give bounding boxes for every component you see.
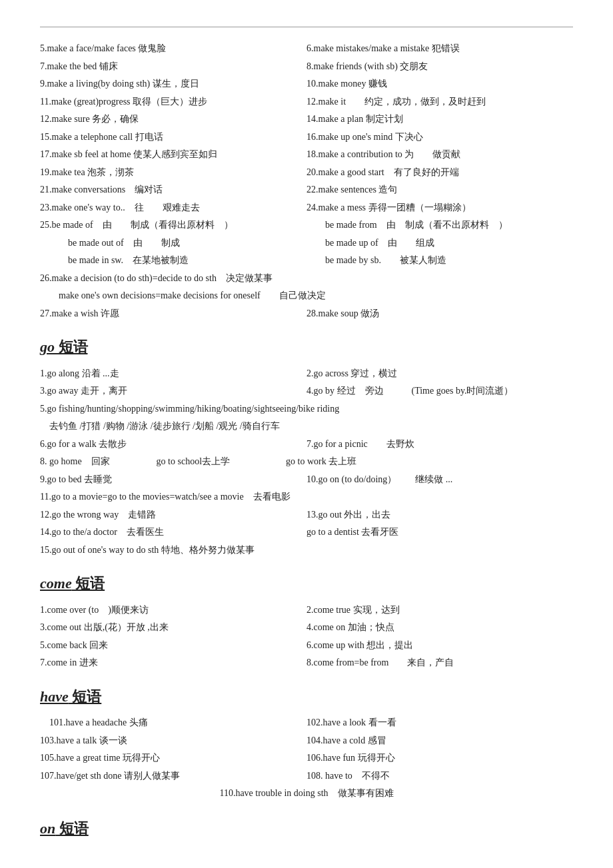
make-item-27-left: 27.make a wish 许愿 [40, 306, 306, 322]
have-item-105-right: 106.have fun 玩得开心 [306, 750, 573, 767]
make-item-11: 11.make (great)progress 取得（巨大）进步 12.make… [40, 94, 573, 111]
make-item-12-left: 12.make sure 务必，确保 [40, 111, 306, 128]
come-item-1: 1.come over (to )顺便来访 2.come true 实现，达到 [40, 602, 573, 619]
make-item-12: 12.make sure 务必，确保 14.make a plan 制定计划 [40, 111, 573, 128]
make-item-25: 25.be made of 由 制成（看得出原材料 ） be made from… [40, 217, 573, 234]
go-item-6: 6.go for a walk 去散步 7.go for a picnic 去野… [40, 436, 573, 453]
come-title-english: come [40, 575, 72, 592]
make-item-17-left: 17.make sb feel at home 使某人感到宾至如归 [40, 147, 306, 163]
come-item-5-right: 6.come up with 想出，提出 [306, 638, 573, 654]
come-item-5: 5.come back 回来 6.come up with 想出，提出 [40, 638, 573, 654]
make-item-19-right: 20.make a good start 有了良好的开端 [306, 165, 573, 181]
go-item-6-right: 7.go for a picnic 去野炊 [306, 436, 573, 453]
make-item-25-right: be made from 由 制成（看不出原材料 ） [306, 217, 573, 234]
go-item-6-left: 6.go for a walk 去散步 [40, 436, 306, 453]
come-section-title: come 短语 [40, 570, 573, 597]
make-item-27: 27.make a wish 许愿 28.make soup 做汤 [40, 306, 573, 322]
make-item-27-right: 28.make soup 做汤 [306, 306, 573, 322]
go-item-3-left: 3.go away 走开，离开 [40, 383, 306, 400]
make-item-25c-right: be made by sb. 被某人制造 [306, 252, 573, 269]
make-item-15-right: 16.make up one's mind 下决心 [306, 129, 573, 146]
go-item-9-right: 10.go on (to do/doing） 继续做 ... [306, 472, 573, 488]
go-item-12-right: 13.go out 外出，出去 [306, 507, 573, 524]
come-item-7-left: 7.come in 进来 [40, 655, 306, 671]
make-item-19: 19.make tea 泡茶，沏茶 20.make a good start 有… [40, 165, 573, 181]
on-section: on 短语 [40, 815, 573, 842]
go-item-14-left: 14.go to the/a doctor 去看医生 [40, 524, 306, 541]
make-item-11-left: 11.make (great)progress 取得（巨大）进步 [40, 94, 306, 111]
make-item-15: 15.make a telephone call 打电话 16.make up … [40, 129, 573, 146]
make-item-19-left: 19.make tea 泡茶，沏茶 [40, 165, 306, 181]
make-item-25b-right: be made up of 由 组成 [306, 235, 573, 252]
on-title-english: on [40, 820, 55, 837]
go-item-1-left: 1.go along 沿着 ...走 [40, 366, 306, 382]
go-item-12: 12.go the wrong way 走错路 13.go out 外出，出去 [40, 507, 573, 524]
make-item-17-right: 18.make a contribution to 为 做贡献 [306, 147, 573, 163]
make-item-25c: be made in sw. 在某地被制造 be made by sb. 被某人… [40, 252, 573, 269]
go-item-15: 15.go out of one's way to do sth 特地、格外努力… [40, 542, 573, 559]
make-item-23-right: 24.make a mess 弄得一团糟（一塌糊涂） [306, 200, 573, 217]
go-item-14: 14.go to the/a doctor 去看医生 go to a denti… [40, 524, 573, 541]
go-item-12-left: 12.go the wrong way 走错路 [40, 507, 306, 524]
make-item-7-right: 8.make friends (with sb) 交朋友 [306, 59, 573, 75]
top-divider [40, 27, 573, 27]
come-item-3-left: 3.come out 出版,(花）开放 ,出来 [40, 620, 306, 636]
make-item-5-left: 5.make a face/make faces 做鬼脸 [40, 41, 306, 57]
have-item-101: 101.have a headache 头痛 102.have a look 看… [40, 715, 573, 731]
come-item-3: 3.come out 出版,(花）开放 ,出来 4.come on 加油；快点 [40, 620, 573, 636]
make-item-23: 23.make one's way to.. 往 艰难走去 24.make a … [40, 200, 573, 217]
go-item-9: 9.go to bed 去睡觉 10.go on (to do/doing） 继… [40, 472, 573, 488]
go-item-5b: 去钓鱼 /打猎 /购物 /游泳 /徒步旅行 /划船 /观光 /骑自行车 [40, 418, 573, 435]
make-item-25c-left: be made in sw. 在某地被制造 [40, 252, 306, 269]
have-item-105: 105.have a great time 玩得开心 106.have fun … [40, 750, 573, 767]
have-item-110: 110.have trouble in doing sth 做某事有困难 [40, 785, 573, 802]
have-item-105-left: 105.have a great time 玩得开心 [40, 750, 306, 767]
come-section: come 短语 1.come over (to )顺便来访 2.come tru… [40, 570, 573, 671]
make-item-9-right: 10.make money 赚钱 [306, 76, 573, 93]
have-item-103: 103.have a talk 谈一谈 104.have a cold 感冒 [40, 733, 573, 749]
have-item-101-left: 101.have a headache 头痛 [40, 715, 306, 731]
make-item-15-left: 15.make a telephone call 打电话 [40, 129, 306, 146]
make-item-11-right: 12.make it 约定，成功，做到，及时赶到 [306, 94, 573, 111]
make-item-17: 17.make sb feel at home 使某人感到宾至如归 18.mak… [40, 147, 573, 163]
have-item-103-right: 104.have a cold 感冒 [306, 733, 573, 749]
go-item-1-right: 2.go across 穿过，横过 [306, 366, 573, 382]
make-item-5-right: 6.make mistakes/make a mistake 犯错误 [306, 41, 573, 57]
go-item-14-right: go to a dentist 去看牙医 [306, 524, 573, 541]
make-item-25-left: 25.be made of 由 制成（看得出原材料 ） [40, 217, 306, 234]
go-title-english: go [40, 338, 55, 355]
go-item-3-right: 4.go by 经过 旁边 (Time goes by.时间流逝） [306, 383, 573, 400]
make-item-21-right: 22.make sentences 造句 [306, 182, 573, 199]
go-item-9-left: 9.go to bed 去睡觉 [40, 472, 306, 488]
go-section-title: go 短语 [40, 334, 573, 360]
on-section-title: on 短语 [40, 815, 573, 842]
go-item-5: 5.go fishing/hunting/shopping/swimming/h… [40, 401, 573, 418]
make-item-9: 9.make a living(by doing sth) 谋生，度日 10.m… [40, 76, 573, 93]
make-item-26: 26.make a decision (to do sth)=decide to… [40, 270, 573, 287]
make-item-26b: make one's own decisions=make decisions … [40, 288, 573, 304]
come-item-7-right: 8.come from=be from 来自，产自 [306, 655, 573, 671]
make-item-7-left: 7.make the bed 铺床 [40, 59, 306, 75]
make-item-25b-left: be made out of 由 制成 [40, 235, 306, 252]
make-item-5: 5.make a face/make faces 做鬼脸 6.make mist… [40, 41, 573, 57]
have-item-107-left: 107.have/get sth done 请别人做某事 [40, 768, 306, 785]
go-item-8: 8. go home 回家 go to school去上学 go to work… [40, 454, 573, 470]
make-item-9-left: 9.make a living(by doing sth) 谋生，度日 [40, 76, 306, 93]
come-item-1-left: 1.come over (to )顺便来访 [40, 602, 306, 619]
go-item-11: 11.go to a movie=go to the movies=watch/… [40, 489, 573, 506]
come-item-3-right: 4.come on 加油；快点 [306, 620, 573, 636]
come-item-5-left: 5.come back 回来 [40, 638, 306, 654]
make-item-21-left: 21.make conversations 编对话 [40, 182, 306, 199]
go-section: go 短语 1.go along 沿着 ...走 2.go across 穿过，… [40, 334, 573, 558]
have-item-101-right: 102.have a look 看一看 [306, 715, 573, 731]
have-section-title: have 短语 [40, 683, 573, 710]
have-item-107: 107.have/get sth done 请别人做某事 108. have t… [40, 768, 573, 785]
make-item-12-right: 14.make a plan 制定计划 [306, 111, 573, 128]
make-item-7: 7.make the bed 铺床 8.make friends (with s… [40, 59, 573, 75]
make-section-items: 5.make a face/make faces 做鬼脸 6.make mist… [40, 41, 573, 322]
come-item-7: 7.come in 进来 8.come from=be from 来自，产自 [40, 655, 573, 671]
make-item-25b: be made out of 由 制成 be made up of 由 组成 [40, 235, 573, 252]
have-item-103-left: 103.have a talk 谈一谈 [40, 733, 306, 749]
have-item-107-right: 108. have to 不得不 [306, 768, 573, 785]
go-item-3: 3.go away 走开，离开 4.go by 经过 旁边 (Time goes… [40, 383, 573, 400]
